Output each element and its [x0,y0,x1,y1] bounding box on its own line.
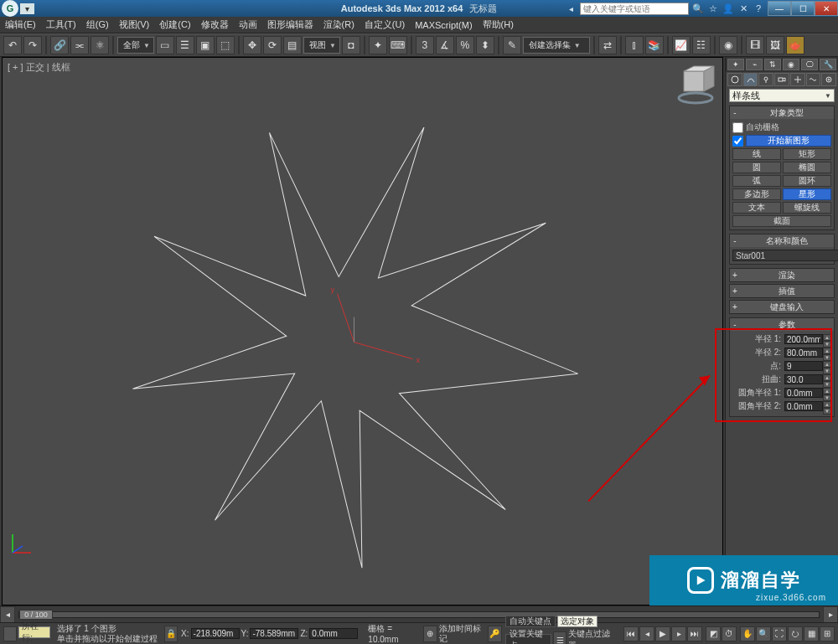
cat-helpers[interactable] [790,73,805,86]
shape-type-combo[interactable]: 样条线▼ [729,89,835,102]
coord-y-input[interactable] [250,628,298,639]
shape-btn-矩形[interactable]: 矩形 [783,148,831,160]
cmd-tab-modify[interactable]: ⌁ [746,59,763,70]
shape-btn-圆[interactable]: 圆 [732,162,781,173]
cat-geometry[interactable] [727,73,742,86]
render-production-button[interactable]: 🫖 [786,36,804,54]
search-input[interactable] [580,3,689,15]
auto-key-button[interactable]: 自动关键点 [505,616,556,627]
param-input[interactable] [784,334,823,344]
menu-item[interactable]: 创建(C) [154,17,195,33]
named-sel-combo[interactable]: 创建选择集▼ [523,37,590,54]
spinner-up-icon[interactable]: ▲ [823,361,831,368]
spinner-up-icon[interactable]: ▲ [823,401,831,408]
spinner-down-icon[interactable]: ▼ [823,368,831,374]
select-button[interactable]: ▭ [156,36,174,54]
window-crossing-button[interactable]: ⬚ [216,36,235,54]
cmd-tab-create[interactable]: ✦ [727,59,744,70]
rollout-toggle[interactable]: - [730,108,740,117]
start-new-checkbox[interactable] [732,136,743,147]
nav-fov-button[interactable]: ▦ [804,626,819,641]
cmd-tab-display[interactable]: 🖵 [801,59,818,70]
goto-start-button[interactable]: ⏮ [623,626,639,641]
maxscript-mini-icon[interactable] [3,626,17,641]
spinner-down-icon[interactable]: ▼ [823,394,831,401]
menu-item[interactable]: 工具(T) [41,17,81,33]
shape-btn-线[interactable]: 线 [732,148,781,160]
signin-icon[interactable]: 👤 [722,3,734,14]
nav-zoom-button[interactable]: 🔍 [756,626,771,641]
rollout-toggle[interactable]: - [730,320,740,329]
angle-snap-button[interactable]: ∡ [436,36,454,54]
time-prev-icon[interactable]: ◂ [0,606,15,623]
next-frame-button[interactable]: ▸ [671,626,686,641]
schematic-button[interactable]: ☷ [692,36,711,54]
menu-item[interactable]: 修改器 [196,17,234,33]
spinner-up-icon[interactable]: ▲ [823,374,831,381]
cmd-tab-motion[interactable]: ◉ [783,59,799,70]
snap-toggle-button[interactable]: 3 [416,36,434,54]
cat-systems[interactable] [821,73,836,86]
prev-frame-button[interactable]: ◂ [639,626,654,641]
rollout-toggle[interactable]: - [730,236,740,245]
cmd-tab-hierarchy[interactable]: ⇅ [764,59,781,70]
infocenter-icon[interactable]: ☆ [707,3,719,14]
param-input[interactable] [784,388,823,398]
select-name-button[interactable]: ☰ [176,36,194,54]
shape-btn-螺旋线[interactable]: 螺旋线 [783,202,831,214]
play-button[interactable]: ▶ [655,626,670,641]
rotate-button[interactable]: ⟳ [263,36,282,54]
menu-item[interactable]: 编辑(E) [0,17,41,33]
spinner-up-icon[interactable]: ▲ [823,388,831,394]
coord-z-input[interactable] [309,628,358,639]
exchange-icon[interactable]: ✕ [737,3,749,14]
key-filters-label[interactable]: 关键点过滤器... [568,628,620,644]
viewcube-icon[interactable] [675,64,716,105]
menu-item[interactable]: MAXScript(M) [410,18,477,32]
auto-grid-checkbox[interactable] [732,122,743,133]
cmd-tab-utilities[interactable]: 🔧 [820,59,836,70]
key-selection-filter[interactable]: 选定对象 [557,616,597,627]
shape-btn-圆环[interactable]: 圆环 [783,175,831,187]
param-input[interactable] [784,374,823,384]
shape-btn-弧[interactable]: 弧 [732,175,781,187]
nav-pan-button[interactable]: ✋ [740,626,755,641]
nav-zoom-extents-button[interactable]: ⛶ [772,626,787,641]
undo-button[interactable]: ↶ [3,36,22,54]
spinner-up-icon[interactable]: ▲ [823,348,831,354]
spinner-snap-button[interactable]: ⬍ [476,36,494,54]
menu-item[interactable]: 动画 [234,17,262,33]
spinner-down-icon[interactable]: ▼ [823,341,831,348]
spinner-down-icon[interactable]: ▼ [823,408,831,415]
time-config-button[interactable]: ⏱ [722,626,737,641]
minimize-button[interactable]: — [768,1,791,16]
menu-item[interactable]: 帮助(H) [478,17,519,33]
cat-spacewarps[interactable] [806,73,821,86]
scale-button[interactable]: ▤ [283,36,302,54]
set-key-button[interactable]: 设置关键点 [505,634,551,644]
lock-selection-icon[interactable]: 🔒 [164,626,178,642]
search-left-icon[interactable]: ◂ [565,3,577,14]
rollout-toggle[interactable]: + [730,270,740,280]
spinner-down-icon[interactable]: ▼ [823,354,831,361]
cat-shapes[interactable] [743,73,758,86]
cat-cameras[interactable] [774,73,789,86]
menu-item[interactable]: 组(G) [81,17,114,33]
close-button[interactable]: ✕ [815,1,838,16]
pivot-button[interactable]: ◘ [342,36,360,54]
manipulate-button[interactable]: ✦ [369,36,387,54]
edit-named-sel-button[interactable]: ✎ [503,36,521,54]
isolate-button[interactable]: ◩ [706,626,721,641]
menu-item[interactable]: 视图(V) [114,17,155,33]
bind-spacewarp-button[interactable]: ⚛ [91,36,109,54]
shape-btn-多边形[interactable]: 多边形 [732,188,781,200]
unlink-button[interactable]: ⫘ [70,36,89,54]
help-icon[interactable]: ? [753,3,764,14]
render-frame-button[interactable]: 🖼 [766,36,784,54]
maximize-button[interactable]: ☐ [791,1,815,16]
menu-item[interactable]: 自定义(U) [360,17,410,33]
menu-item[interactable]: 渲染(R) [318,17,360,33]
align-button[interactable]: ⫿ [625,36,644,54]
shape-btn-截面[interactable]: 截面 [732,215,831,227]
spinner-down-icon[interactable]: ▼ [823,381,831,388]
